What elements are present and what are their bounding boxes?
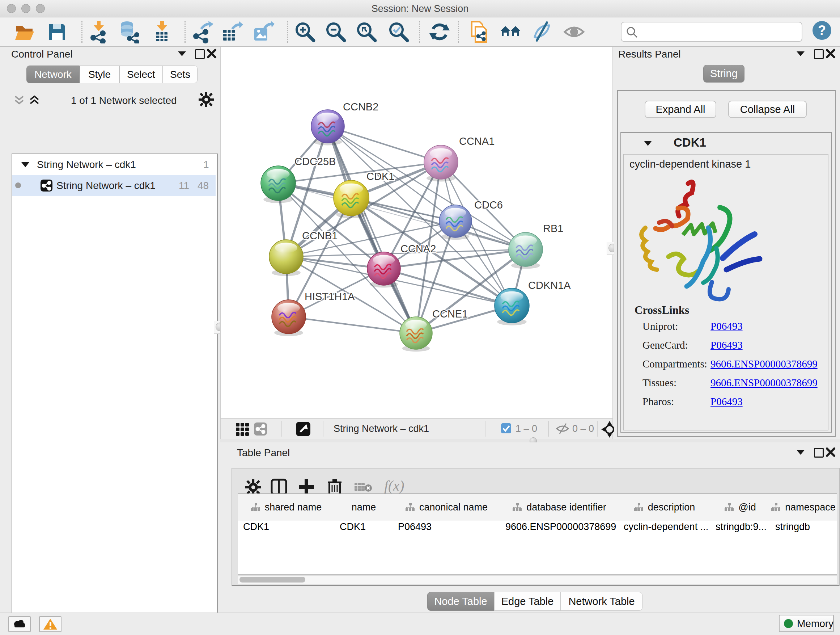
gene-details: cyclin-dependent kinase 1: [623, 154, 829, 431]
table-horizontal-scrollbar[interactable]: [238, 576, 837, 584]
cloud-status-button[interactable]: [8, 616, 31, 632]
tab-select[interactable]: Select: [119, 65, 163, 83]
cell-database-identifier[interactable]: 9606.ENSP00000378699: [500, 521, 619, 538]
column-header-id[interactable]: @id: [711, 494, 771, 521]
crosslink-pharos-link[interactable]: P06493: [711, 396, 743, 408]
help-button[interactable]: ?: [811, 19, 834, 43]
import-table-button[interactable]: [150, 20, 173, 43]
hide-selected-button[interactable]: [531, 20, 554, 43]
node-table[interactable]: shared name name canonical name database…: [238, 494, 837, 575]
cell-id[interactable]: stringdb:9...: [711, 521, 770, 538]
node-CCNA1[interactable]: CCNA1: [424, 135, 494, 182]
search-input[interactable]: [621, 22, 802, 42]
column-header-database-identifier[interactable]: database identifier: [500, 494, 619, 521]
network-view-toolbar: String Network – cdk1 1 – 0 0 – 0: [220, 418, 613, 440]
node-RB1[interactable]: RB1: [508, 223, 563, 269]
delete-table-icon: [354, 481, 373, 493]
network-type-share-icon[interactable]: [254, 423, 267, 435]
import-network-button[interactable]: [87, 20, 110, 43]
expand-tree-icon[interactable]: [13, 95, 25, 106]
cell-namespace[interactable]: stringdb: [770, 521, 837, 538]
network-node-count: 11: [179, 180, 189, 192]
cell-canonical-name[interactable]: P06493: [393, 521, 500, 538]
results-panel-close-icon[interactable]: [826, 49, 836, 59]
crosslink-row: Compartments:: [643, 358, 707, 370]
table-panel-float-icon[interactable]: [814, 448, 824, 458]
control-panel-close-icon[interactable]: [207, 49, 217, 59]
node-label-HIST1H1A: HIST1H1A: [305, 291, 355, 302]
gene-section: CDK1 cyclin-dependent kinase 1: [621, 132, 832, 432]
collapse-all-button[interactable]: Collapse All: [728, 101, 807, 118]
import-network-from-database-button[interactable]: [118, 20, 141, 43]
cell-name[interactable]: CDK1: [335, 521, 393, 538]
column-header-name[interactable]: name: [335, 494, 393, 521]
string-network-graph[interactable]: CCNB2CCNA1CDC25BCDK1CDC6RB1CCNB1CCNA2CDK…: [221, 47, 613, 418]
network-canvas[interactable]: CCNB2CCNA1CDC25BCDK1CDC6RB1CCNB1CCNA2CDK…: [220, 47, 613, 419]
column-header-shared-name[interactable]: shared name: [238, 494, 335, 521]
zoom-fit-button[interactable]: [355, 20, 378, 43]
network-row[interactable]: String Network – cdk1 11 48: [12, 175, 216, 196]
export-image-button[interactable]: [251, 20, 275, 43]
zoom-out-button[interactable]: [324, 20, 347, 43]
crosslink-row: Tissues:: [643, 377, 676, 389]
grid-view-icon[interactable]: [236, 423, 249, 436]
home-networks-button[interactable]: [499, 20, 522, 43]
cell-description[interactable]: cyclin-dependent ...: [619, 521, 711, 538]
edge-CCNE1-HIST1H1A[interactable]: [289, 317, 416, 333]
node-gloss-highlight: [373, 255, 395, 265]
node-gloss-highlight: [500, 291, 523, 302]
crosslink-uniprot-link[interactable]: P06493: [711, 320, 743, 333]
results-panel-float-icon[interactable]: [814, 49, 824, 59]
warnings-button[interactable]: [39, 616, 62, 632]
tab-node-table[interactable]: Node Table: [427, 592, 494, 611]
tab-style[interactable]: Style: [80, 65, 119, 83]
table-panel-close-icon[interactable]: [826, 447, 836, 457]
export-network-button[interactable]: [190, 20, 213, 43]
table-gear-icon[interactable]: [245, 479, 261, 495]
gene-section-caret-icon[interactable]: [644, 141, 652, 146]
collection-caret-icon[interactable]: [21, 162, 29, 167]
node-HIST1H1A[interactable]: HIST1H1A: [272, 291, 355, 336]
network-collection-row[interactable]: String Network – cdk1 1: [12, 154, 216, 175]
cell-shared-name[interactable]: CDK1: [238, 521, 335, 538]
selected-checkbox-icon[interactable]: [501, 423, 511, 433]
tab-sets[interactable]: Sets: [163, 65, 197, 83]
memory-button[interactable]: Memory: [779, 615, 834, 632]
collection-label: String Network – cdk1: [37, 159, 136, 171]
crosslink-tissues-link[interactable]: 9606.ENSP00000378699: [711, 377, 818, 389]
column-header-description[interactable]: description: [619, 494, 711, 521]
collapse-tree-icon[interactable]: [28, 94, 41, 105]
table-panel-menu-caret-icon[interactable]: [797, 450, 805, 455]
tab-edge-table[interactable]: Edge Table: [494, 592, 561, 611]
apply-layout-button[interactable]: [428, 20, 451, 43]
crosslink-genecard-link[interactable]: P06493: [711, 339, 743, 351]
tab-string[interactable]: String: [703, 65, 745, 82]
edge-CCNB2-CCNA1[interactable]: [328, 126, 441, 162]
node-CCNE1[interactable]: CCNE1: [400, 308, 468, 352]
column-header-namespace[interactable]: namespace: [770, 494, 837, 521]
node-label-CDC25B: CDC25B: [294, 156, 336, 167]
node-CDKN1A[interactable]: CDKN1A: [494, 279, 571, 325]
show-all-button[interactable]: [562, 20, 586, 43]
control-panel-menu-caret-icon[interactable]: [178, 51, 186, 56]
clone-network-button[interactable]: [467, 20, 491, 43]
results-panel-menu-caret-icon[interactable]: [797, 51, 805, 56]
expand-all-button[interactable]: Expand All: [645, 101, 716, 118]
tab-network-table[interactable]: Network Table: [561, 592, 643, 611]
save-session-button[interactable]: [46, 20, 69, 43]
table-scrollbar-thumb[interactable]: [240, 577, 305, 583]
zoom-in-button[interactable]: [294, 20, 317, 43]
birdseye-view-icon[interactable]: [296, 422, 310, 436]
column-header-canonical-name[interactable]: canonical name: [393, 494, 501, 521]
crosslink-compartments-link[interactable]: 9606.ENSP00000378699: [711, 358, 818, 370]
delete-column-icon[interactable]: [326, 478, 343, 495]
network-options-gear-icon[interactable]: [199, 92, 214, 107]
toolbar-separator: [548, 421, 549, 437]
tab-network[interactable]: Network: [27, 65, 80, 83]
control-panel-float-icon[interactable]: [195, 49, 205, 59]
show-column-icon[interactable]: [271, 478, 287, 495]
open-session-button[interactable]: [13, 20, 36, 43]
create-column-icon[interactable]: [298, 478, 315, 495]
zoom-selected-button[interactable]: [387, 20, 410, 43]
export-table-button[interactable]: [220, 20, 243, 43]
